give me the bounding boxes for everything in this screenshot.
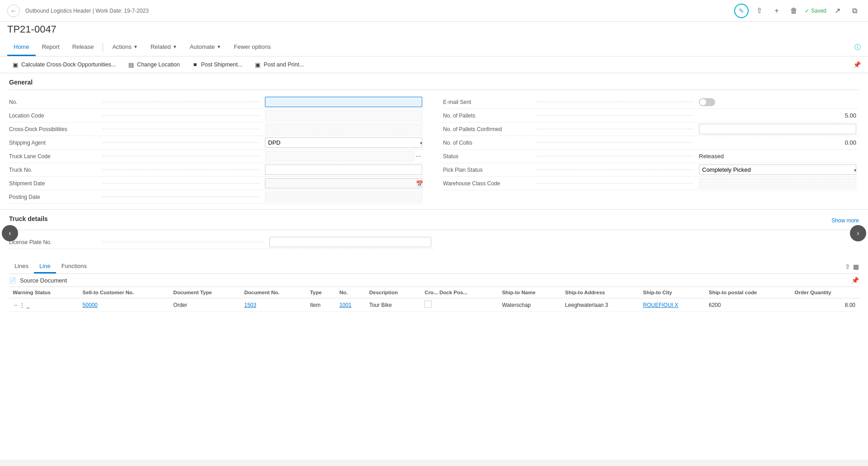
td-arrow: → ⋮ _: [9, 298, 79, 312]
show-more-link[interactable]: Show more: [831, 217, 859, 224]
lines-grid-icon[interactable]: ▦: [853, 263, 859, 270]
delete-icon-button[interactable]: 🗑: [788, 5, 800, 17]
tab-actions[interactable]: Actions ▼: [106, 39, 144, 56]
field-status: Status Released: [443, 150, 859, 163]
tab-release[interactable]: Release: [66, 39, 100, 56]
th-ship-to-name: Ship-to Name: [498, 287, 561, 298]
input-no[interactable]: TP21-0047: [265, 97, 422, 107]
td-order-quantity: 8.00: [791, 298, 859, 312]
th-ship-to-address: Ship-to Address: [561, 287, 639, 298]
link-sell-to-customer[interactable]: 50000: [83, 302, 98, 308]
back-button[interactable]: ←: [7, 5, 20, 17]
value-truck-no[interactable]: [262, 164, 425, 176]
value-no[interactable]: TP21-0047: [262, 96, 425, 108]
label-no-pallets-confirmed: No. of Pallets Confirmed: [443, 124, 533, 134]
link-ship-to-city[interactable]: ROUEFIOUI X: [643, 302, 678, 308]
label-cross-dock: Cross-Dock Possibilities: [9, 124, 99, 134]
edit-icon-button[interactable]: ✎: [734, 4, 749, 18]
tab-home[interactable]: Home: [7, 39, 36, 56]
input-location-code[interactable]: WHITE: [265, 110, 422, 121]
lines-tabs: Lines Line Functions ⇧ ▦: [9, 260, 859, 274]
link-document-no[interactable]: 1503: [244, 302, 256, 308]
field-email-sent: E-mail Sent: [443, 95, 859, 109]
related-chevron-icon: ▼: [173, 44, 177, 49]
tab-functions[interactable]: Functions: [56, 260, 92, 273]
td-ship-to-address: Leeghwaterlaan 3: [561, 298, 639, 312]
general-section-title: General: [9, 79, 859, 90]
input-license-plate-no[interactable]: [269, 237, 431, 247]
select-pick-plan-status[interactable]: Completely Picked: [699, 165, 856, 175]
prev-nav-arrow[interactable]: ‹: [2, 225, 18, 241]
external-link-icon-button[interactable]: ↗: [831, 5, 844, 17]
post-print-button[interactable]: ▣ Post and Print...: [250, 59, 308, 70]
th-ship-to-city: Ship-to City: [639, 287, 705, 298]
label-license-plate-no: License Plate No.: [9, 237, 99, 247]
input-cross-dock[interactable]: Yes: [265, 124, 422, 134]
truck-details-title: Truck details: [9, 215, 48, 226]
value-warehouse-class-code: [696, 177, 859, 189]
td-sell-to-customer: 50000: [79, 298, 170, 312]
collapse-icon-button[interactable]: ⧉: [848, 5, 861, 17]
field-truck-no: Truck No.: [9, 163, 425, 177]
tab-report[interactable]: Report: [36, 39, 66, 56]
calc-cross-dock-button[interactable]: ▣ Calculate Cross-Dock Opportunities...: [7, 59, 120, 70]
share-icon-button[interactable]: ⇧: [753, 5, 766, 17]
field-location-code: Location Code WHITE: [9, 109, 425, 122]
input-no-pallets-confirmed[interactable]: 4.00: [699, 124, 856, 134]
nav-tabs: Home Report Release Actions ▼ Related ▼ …: [0, 39, 868, 56]
value-posting-date: 20-7-2023: [262, 191, 425, 203]
th-warning-status: Warning Status: [9, 287, 79, 298]
row-arrow-icon: →: [13, 302, 18, 308]
post-shipment-button[interactable]: ■ Post Shipment...: [187, 59, 247, 70]
row-dots-icon[interactable]: ⋮: [19, 302, 25, 308]
actions-chevron-icon: ▼: [133, 44, 138, 49]
source-doc-pin-icon[interactable]: 📌: [851, 277, 859, 284]
source-doc-label: Source Document: [20, 277, 67, 284]
input-truck-no[interactable]: [265, 165, 422, 175]
lines-table: Warning Status Sell-to Customer No. Docu…: [9, 287, 859, 312]
text-status: Released: [699, 153, 724, 160]
checkbox-cro-dock[interactable]: [425, 301, 432, 308]
top-bar: ← Outbound Logistics Header | Work Date:…: [0, 0, 868, 22]
toolbar-pin-icon[interactable]: 📌: [853, 61, 861, 68]
value-truck-lane-code: W-09-0001 ⋯: [262, 150, 425, 162]
truck-details-section: Truck details Show more License Plate No…: [0, 210, 868, 254]
post-print-icon: ▣: [254, 61, 261, 68]
th-ship-to-postal: Ship-to postal code: [705, 287, 791, 298]
saved-status: ✓ Saved: [805, 8, 826, 14]
label-shipping-agent: Shipping Agent: [9, 138, 99, 148]
select-shipping-agent[interactable]: DPD: [265, 137, 422, 148]
field-license-plate-no: License Plate No.: [9, 235, 434, 249]
td-type: Item: [307, 298, 336, 312]
field-truck-lane-code: Truck Lane Code W-09-0001 ⋯: [9, 150, 425, 163]
link-no[interactable]: 1001: [340, 302, 352, 308]
change-location-button[interactable]: ▤ Change Location: [123, 59, 184, 70]
tab-line[interactable]: Line: [34, 260, 56, 273]
input-warehouse-class-code[interactable]: [699, 178, 856, 188]
nav-divider: [103, 43, 103, 52]
table-row: → ⋮ _ 50000 Order 1503 Item 1001: [9, 298, 859, 312]
truck-lane-ellipsis-icon[interactable]: ⋯: [414, 153, 422, 160]
value-license-plate-no[interactable]: [267, 236, 434, 248]
add-icon-button[interactable]: +: [770, 5, 783, 17]
input-posting-date[interactable]: 20-7-2023: [265, 192, 422, 202]
lines-share-icon[interactable]: ⇧: [845, 263, 850, 270]
general-form-grid: No. TP21-0047 Location Code WHITE: [9, 95, 859, 204]
tab-lines[interactable]: Lines: [9, 260, 34, 273]
label-truck-no: Truck No.: [9, 165, 99, 175]
input-truck-lane-code[interactable]: W-09-0001: [265, 151, 414, 161]
label-pick-plan-status: Pick Plan Status: [443, 165, 533, 175]
toggle-email-sent[interactable]: [699, 98, 715, 106]
title-area: TP21-0047: [0, 22, 868, 39]
input-shipment-date[interactable]: 20-7-2023: [265, 178, 422, 188]
field-no: No. TP21-0047: [9, 95, 425, 109]
tab-related[interactable]: Related ▼: [144, 39, 184, 56]
next-nav-arrow[interactable]: ›: [850, 225, 866, 241]
lines-tab-icons: ⇧ ▦: [845, 263, 859, 270]
value-email-sent: [696, 97, 859, 107]
calendar-icon[interactable]: 📅: [416, 180, 423, 187]
th-cro-dock: Cro... Dock Pos...: [421, 287, 498, 298]
tab-automate[interactable]: Automate ▼: [184, 39, 228, 56]
tab-fewer-options[interactable]: Fewer options: [227, 39, 277, 56]
td-document-no: 1503: [241, 298, 306, 312]
